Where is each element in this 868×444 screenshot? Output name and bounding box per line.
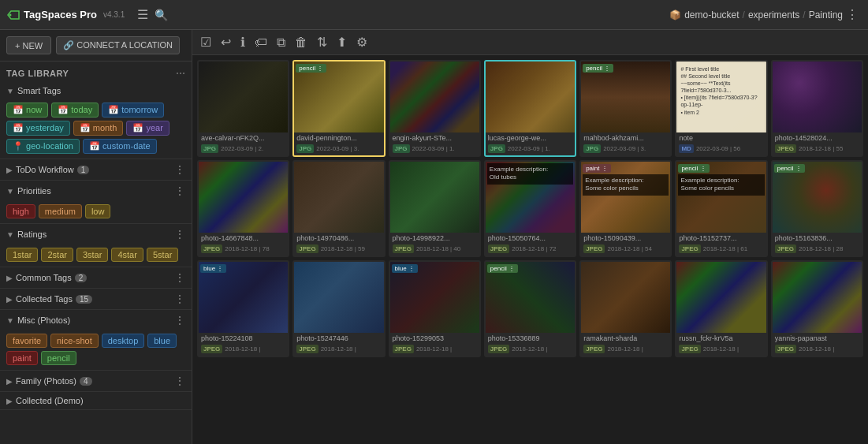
file-meta: JPEG 2018-12-18 | 59 <box>294 244 383 256</box>
file-card[interactable]: russn_fckr-krV5a JPEG 2018-12-18 | <box>675 260 767 357</box>
chip-low[interactable]: low <box>85 204 111 218</box>
chip-blue[interactable]: blue <box>147 334 177 348</box>
bucket-name[interactable]: demo-bucket <box>684 9 739 21</box>
file-card[interactable]: lucas-george-we... JPG 2022-03-09 | 1. <box>484 60 576 157</box>
tag-icon[interactable]: 🏷 <box>255 35 267 50</box>
format-badge: JPG <box>488 144 505 153</box>
common-tags-more-icon[interactable]: ⋮ <box>174 271 185 284</box>
file-thumbnail <box>486 62 575 132</box>
chip-5star[interactable]: 5star <box>147 248 178 262</box>
file-card[interactable]: pencil ⋮ mahbod-akhzami... JPG 2022-03-0… <box>579 60 672 157</box>
file-date: 2018-12-18 | 55 <box>799 145 843 152</box>
todo-workflow-more-icon[interactable]: ⋮ <box>174 163 185 176</box>
misc-photos-chevron: ▼ <box>6 316 14 325</box>
collected-tags-more-icon[interactable]: ⋮ <box>174 293 185 305</box>
chip-desktop[interactable]: desktop <box>102 334 145 348</box>
tag-library-more-icon[interactable]: ⋯ <box>176 68 185 79</box>
file-tag-overlay: pencil ⋮ <box>583 63 613 73</box>
sort-icon[interactable]: ⇅ <box>317 35 327 50</box>
file-card[interactable]: yannis-papanast JPEG 2018-12-18 | <box>771 260 863 357</box>
chip-high[interactable]: high <box>6 204 35 218</box>
common-tags-header[interactable]: ▶ Common Tags 2 ⋮ <box>0 267 192 288</box>
family-photos-header[interactable]: ▶ Family (Photos) 4 ⋮ <box>0 371 192 391</box>
chip-pencil[interactable]: pencil <box>41 351 76 365</box>
chip-now[interactable]: 📅 now <box>6 103 48 118</box>
collected-demo-header[interactable]: ▶ Collected (Demo) <box>0 392 192 409</box>
chip-favorite[interactable]: favorite <box>6 334 47 348</box>
chip-medium[interactable]: medium <box>39 204 82 218</box>
ratings-more-icon[interactable]: ⋮ <box>174 228 185 241</box>
ratings-header[interactable]: ▼ Ratings ⋮ <box>0 224 192 244</box>
family-photos-more-icon[interactable]: ⋮ <box>174 375 185 387</box>
file-tag: blue ⋮ <box>392 264 418 273</box>
smart-tags-header[interactable]: ▼ Smart Tags <box>0 82 192 99</box>
back-icon[interactable]: ↩ <box>221 35 231 50</box>
app-logo[interactable]: TagSpaces Pro <box>6 8 97 22</box>
settings-icon[interactable]: ⚙ <box>356 35 367 50</box>
format-badge: JPEG <box>775 244 796 253</box>
file-card[interactable]: blue ⋮ photo-15299053 JPEG 2018-12-18 | <box>389 260 481 357</box>
file-card[interactable]: pencil ⋮ photo-15163836... JPEG 2018-12-… <box>771 160 863 257</box>
search-icon[interactable]: 🔍 <box>155 9 168 21</box>
file-card[interactable]: pencil ⋮ Example description: Some color… <box>675 160 767 257</box>
smart-tags-chips: 📅 now 📅 today 📅 tomorrow 📅 yesterday 📅 m… <box>0 99 192 159</box>
file-card[interactable]: photo-14528024... JPEG 2018-12-18 | 55 <box>771 60 863 157</box>
chip-customdate[interactable]: 📅 custom-date <box>83 139 157 154</box>
collected-tags-header[interactable]: ▶ Collected Tags 15 ⋮ <box>0 289 192 309</box>
delete-icon[interactable]: 🗑 <box>295 35 307 50</box>
file-card[interactable]: ave-calvar-nFK2Q... JPG 2022-03-09 | 2. <box>197 60 289 157</box>
chip-4star[interactable]: 4star <box>111 248 143 262</box>
file-card[interactable]: blue ⋮ photo-15224108 JPEG 2018-12-18 | <box>197 260 289 357</box>
file-card[interactable]: photo-14667848... JPEG 2018-12-18 | 78 <box>197 160 289 257</box>
chip-nice-shot[interactable]: nice-shot <box>50 334 99 348</box>
file-name: ave-calvar-nFK2Q... <box>199 132 288 144</box>
upload-icon[interactable]: ⬆ <box>337 35 347 50</box>
chip-yesterday[interactable]: 📅 yesterday <box>6 121 70 136</box>
file-thumbnail: pencil ⋮ <box>486 262 575 333</box>
copy-icon[interactable]: ⧉ <box>277 35 285 50</box>
file-card[interactable]: photo-15247446 JPEG 2018-12-18 | <box>292 260 385 357</box>
file-card[interactable]: pencil ⋮ photo-15336889 JPEG 2018-12-18 … <box>484 260 576 357</box>
file-card[interactable]: photo-14998922... JPEG 2018-12-18 | 40 <box>389 160 481 257</box>
chip-3star[interactable]: 3star <box>76 248 108 262</box>
topbar-more-button[interactable]: ⋮ <box>843 6 862 24</box>
file-thumbnail: pencil ⋮ <box>294 62 383 132</box>
priorities-more-icon[interactable]: ⋮ <box>174 185 185 197</box>
file-tag: pencil ⋮ <box>774 164 805 173</box>
experiments-link[interactable]: experiments <box>748 9 799 21</box>
file-card[interactable]: paint ⋮ Example description: Some color … <box>579 160 672 257</box>
format-badge: JPG <box>393 144 410 153</box>
section-family-photos: ▶ Family (Photos) 4 ⋮ <box>0 371 192 392</box>
file-date: 2018-12-18 | 40 <box>416 245 460 252</box>
file-date: 2022-03-09 | 3. <box>603 145 646 152</box>
misc-photos-more-icon[interactable]: ⋮ <box>174 314 185 326</box>
chip-paint[interactable]: paint <box>6 351 38 365</box>
info-icon[interactable]: ℹ <box>240 35 245 50</box>
select-all-checkbox[interactable]: ☑ <box>200 35 211 50</box>
connect-location-button[interactable]: 🔗 CONNECT A LOCATION <box>56 36 180 54</box>
file-meta: JPEG 2018-12-18 | <box>486 344 575 356</box>
file-tag-overlay: pencil ⋮ <box>296 63 326 73</box>
chip-month[interactable]: 📅 month <box>73 121 124 136</box>
todo-workflow-header[interactable]: ▶ ToDo Workflow 1 ⋮ <box>0 159 192 180</box>
file-date: 2018-12-18 | <box>607 345 643 353</box>
new-button[interactable]: + NEW <box>6 36 51 54</box>
chip-2star[interactable]: 2star <box>41 248 73 262</box>
file-card[interactable]: engin-akyurt-STe... JPG 2022-03-09 | 1. <box>389 60 481 157</box>
hamburger-icon[interactable]: ☰ <box>137 7 148 22</box>
format-badge: JPEG <box>488 244 509 253</box>
chip-year[interactable]: 📅 year <box>126 121 169 136</box>
chip-today[interactable]: 📅 today <box>51 103 99 118</box>
chip-tomorrow[interactable]: 📅 tomorrow <box>102 103 164 118</box>
file-card[interactable]: photo-14970486... JPEG 2018-12-18 | 59 <box>292 160 385 257</box>
file-card[interactable]: ramakant-sharda JPEG 2018-12-18 | <box>579 260 672 357</box>
file-card[interactable]: Example description: Old tubes photo-150… <box>484 160 576 257</box>
file-card[interactable]: # First level title ## Second level titl… <box>675 60 767 157</box>
chip-1star[interactable]: 1star <box>6 248 38 262</box>
topbar: TagSpaces Pro v4.3.1 ☰ 🔍 📦 demo-bucket /… <box>0 0 868 30</box>
section-misc-photos: ▼ Misc (Photos) ⋮ favorite nice-shot des… <box>0 310 192 371</box>
file-card[interactable]: pencil ⋮ david-pennington... JPG 2022-03… <box>292 60 385 157</box>
misc-photos-header[interactable]: ▼ Misc (Photos) ⋮ <box>0 310 192 330</box>
priorities-header[interactable]: ▼ Priorities ⋮ <box>0 181 192 201</box>
chip-geolocation[interactable]: 📍 geo-location <box>6 139 80 154</box>
